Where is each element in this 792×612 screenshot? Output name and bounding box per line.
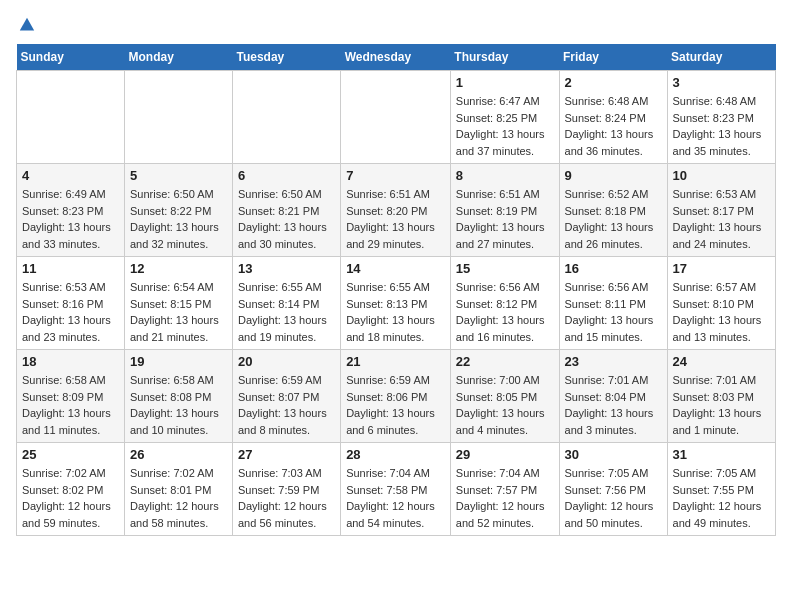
day-info: Sunrise: 7:01 AMSunset: 8:03 PMDaylight:… [673, 372, 770, 438]
day-cell: 1Sunrise: 6:47 AMSunset: 8:25 PMDaylight… [450, 71, 559, 164]
day-info: Sunrise: 6:55 AMSunset: 8:13 PMDaylight:… [346, 279, 445, 345]
day-info: Sunrise: 6:58 AMSunset: 8:09 PMDaylight:… [22, 372, 119, 438]
day-number: 23 [565, 354, 662, 369]
day-info: Sunrise: 6:52 AMSunset: 8:18 PMDaylight:… [565, 186, 662, 252]
day-info: Sunrise: 6:56 AMSunset: 8:12 PMDaylight:… [456, 279, 554, 345]
day-number: 8 [456, 168, 554, 183]
day-number: 19 [130, 354, 227, 369]
day-number: 1 [456, 75, 554, 90]
week-row-5: 25Sunrise: 7:02 AMSunset: 8:02 PMDayligh… [17, 443, 776, 536]
weekday-monday: Monday [124, 44, 232, 71]
day-number: 24 [673, 354, 770, 369]
day-cell: 26Sunrise: 7:02 AMSunset: 8:01 PMDayligh… [124, 443, 232, 536]
day-cell: 3Sunrise: 6:48 AMSunset: 8:23 PMDaylight… [667, 71, 775, 164]
day-info: Sunrise: 6:51 AMSunset: 8:19 PMDaylight:… [456, 186, 554, 252]
day-info: Sunrise: 7:01 AMSunset: 8:04 PMDaylight:… [565, 372, 662, 438]
day-number: 7 [346, 168, 445, 183]
day-number: 10 [673, 168, 770, 183]
day-number: 20 [238, 354, 335, 369]
day-number: 14 [346, 261, 445, 276]
day-number: 29 [456, 447, 554, 462]
day-cell: 5Sunrise: 6:50 AMSunset: 8:22 PMDaylight… [124, 164, 232, 257]
day-info: Sunrise: 7:02 AMSunset: 8:01 PMDaylight:… [130, 465, 227, 531]
day-number: 9 [565, 168, 662, 183]
day-number: 13 [238, 261, 335, 276]
day-info: Sunrise: 6:55 AMSunset: 8:14 PMDaylight:… [238, 279, 335, 345]
day-cell: 25Sunrise: 7:02 AMSunset: 8:02 PMDayligh… [17, 443, 125, 536]
day-info: Sunrise: 6:49 AMSunset: 8:23 PMDaylight:… [22, 186, 119, 252]
day-cell: 21Sunrise: 6:59 AMSunset: 8:06 PMDayligh… [341, 350, 451, 443]
day-number: 21 [346, 354, 445, 369]
day-number: 25 [22, 447, 119, 462]
day-cell: 23Sunrise: 7:01 AMSunset: 8:04 PMDayligh… [559, 350, 667, 443]
day-info: Sunrise: 7:00 AMSunset: 8:05 PMDaylight:… [456, 372, 554, 438]
weekday-sunday: Sunday [17, 44, 125, 71]
day-info: Sunrise: 6:59 AMSunset: 8:06 PMDaylight:… [346, 372, 445, 438]
weekday-wednesday: Wednesday [341, 44, 451, 71]
day-number: 16 [565, 261, 662, 276]
day-cell: 20Sunrise: 6:59 AMSunset: 8:07 PMDayligh… [232, 350, 340, 443]
day-number: 2 [565, 75, 662, 90]
day-cell: 27Sunrise: 7:03 AMSunset: 7:59 PMDayligh… [232, 443, 340, 536]
day-number: 4 [22, 168, 119, 183]
day-cell: 18Sunrise: 6:58 AMSunset: 8:09 PMDayligh… [17, 350, 125, 443]
day-number: 18 [22, 354, 119, 369]
day-cell: 30Sunrise: 7:05 AMSunset: 7:56 PMDayligh… [559, 443, 667, 536]
day-info: Sunrise: 6:53 AMSunset: 8:17 PMDaylight:… [673, 186, 770, 252]
day-cell [232, 71, 340, 164]
day-info: Sunrise: 6:48 AMSunset: 8:23 PMDaylight:… [673, 93, 770, 159]
day-info: Sunrise: 7:05 AMSunset: 7:56 PMDaylight:… [565, 465, 662, 531]
logo [16, 16, 36, 32]
day-cell: 4Sunrise: 6:49 AMSunset: 8:23 PMDaylight… [17, 164, 125, 257]
day-cell: 9Sunrise: 6:52 AMSunset: 8:18 PMDaylight… [559, 164, 667, 257]
day-cell: 12Sunrise: 6:54 AMSunset: 8:15 PMDayligh… [124, 257, 232, 350]
day-cell: 24Sunrise: 7:01 AMSunset: 8:03 PMDayligh… [667, 350, 775, 443]
day-number: 3 [673, 75, 770, 90]
day-number: 22 [456, 354, 554, 369]
day-cell: 2Sunrise: 6:48 AMSunset: 8:24 PMDaylight… [559, 71, 667, 164]
day-info: Sunrise: 6:50 AMSunset: 8:22 PMDaylight:… [130, 186, 227, 252]
day-info: Sunrise: 7:04 AMSunset: 7:57 PMDaylight:… [456, 465, 554, 531]
day-number: 27 [238, 447, 335, 462]
day-cell: 10Sunrise: 6:53 AMSunset: 8:17 PMDayligh… [667, 164, 775, 257]
day-info: Sunrise: 6:53 AMSunset: 8:16 PMDaylight:… [22, 279, 119, 345]
day-cell: 16Sunrise: 6:56 AMSunset: 8:11 PMDayligh… [559, 257, 667, 350]
week-row-1: 1Sunrise: 6:47 AMSunset: 8:25 PMDaylight… [17, 71, 776, 164]
day-number: 31 [673, 447, 770, 462]
day-info: Sunrise: 7:02 AMSunset: 8:02 PMDaylight:… [22, 465, 119, 531]
day-number: 17 [673, 261, 770, 276]
day-cell: 19Sunrise: 6:58 AMSunset: 8:08 PMDayligh… [124, 350, 232, 443]
day-cell: 22Sunrise: 7:00 AMSunset: 8:05 PMDayligh… [450, 350, 559, 443]
day-cell [124, 71, 232, 164]
week-row-4: 18Sunrise: 6:58 AMSunset: 8:09 PMDayligh… [17, 350, 776, 443]
day-info: Sunrise: 7:04 AMSunset: 7:58 PMDaylight:… [346, 465, 445, 531]
day-info: Sunrise: 6:56 AMSunset: 8:11 PMDaylight:… [565, 279, 662, 345]
week-row-3: 11Sunrise: 6:53 AMSunset: 8:16 PMDayligh… [17, 257, 776, 350]
day-number: 6 [238, 168, 335, 183]
day-info: Sunrise: 6:54 AMSunset: 8:15 PMDaylight:… [130, 279, 227, 345]
day-info: Sunrise: 6:58 AMSunset: 8:08 PMDaylight:… [130, 372, 227, 438]
day-cell: 6Sunrise: 6:50 AMSunset: 8:21 PMDaylight… [232, 164, 340, 257]
day-info: Sunrise: 6:57 AMSunset: 8:10 PMDaylight:… [673, 279, 770, 345]
day-number: 15 [456, 261, 554, 276]
weekday-header-row: SundayMondayTuesdayWednesdayThursdayFrid… [17, 44, 776, 71]
day-cell: 13Sunrise: 6:55 AMSunset: 8:14 PMDayligh… [232, 257, 340, 350]
day-cell [17, 71, 125, 164]
day-number: 12 [130, 261, 227, 276]
day-info: Sunrise: 6:48 AMSunset: 8:24 PMDaylight:… [565, 93, 662, 159]
day-number: 26 [130, 447, 227, 462]
day-cell: 8Sunrise: 6:51 AMSunset: 8:19 PMDaylight… [450, 164, 559, 257]
day-info: Sunrise: 6:59 AMSunset: 8:07 PMDaylight:… [238, 372, 335, 438]
day-cell: 29Sunrise: 7:04 AMSunset: 7:57 PMDayligh… [450, 443, 559, 536]
page-header [16, 16, 776, 32]
day-cell: 28Sunrise: 7:04 AMSunset: 7:58 PMDayligh… [341, 443, 451, 536]
calendar-table: SundayMondayTuesdayWednesdayThursdayFrid… [16, 44, 776, 536]
day-info: Sunrise: 6:51 AMSunset: 8:20 PMDaylight:… [346, 186, 445, 252]
day-info: Sunrise: 6:50 AMSunset: 8:21 PMDaylight:… [238, 186, 335, 252]
weekday-friday: Friday [559, 44, 667, 71]
day-cell: 14Sunrise: 6:55 AMSunset: 8:13 PMDayligh… [341, 257, 451, 350]
day-number: 30 [565, 447, 662, 462]
logo-icon [18, 16, 36, 34]
day-number: 28 [346, 447, 445, 462]
day-cell: 7Sunrise: 6:51 AMSunset: 8:20 PMDaylight… [341, 164, 451, 257]
